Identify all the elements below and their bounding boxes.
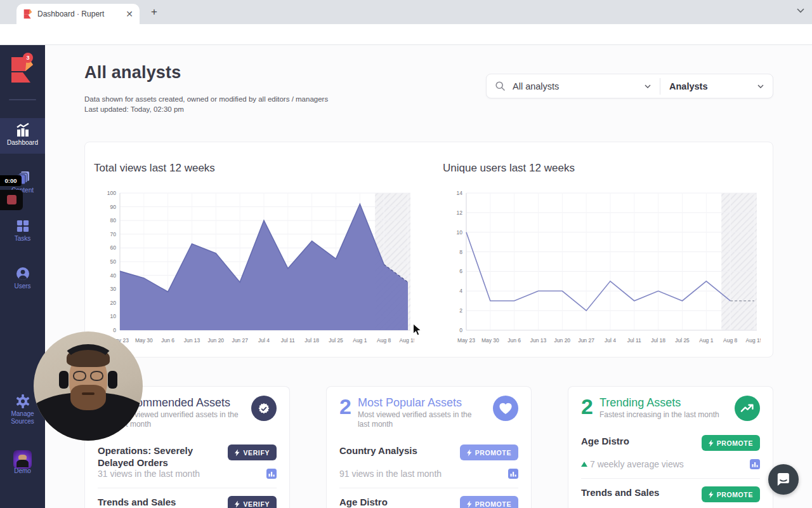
svg-text:100: 100 bbox=[107, 190, 116, 196]
tab-close-icon[interactable]: ✕ bbox=[126, 10, 133, 18]
search-icon bbox=[495, 81, 505, 91]
bar-chart-icon[interactable] bbox=[750, 459, 760, 469]
asset-name: Trends and Sales bbox=[581, 486, 698, 498]
analyst-search-select[interactable]: All analysts bbox=[487, 74, 660, 98]
svg-text:10: 10 bbox=[457, 229, 463, 236]
mouse-cursor bbox=[412, 323, 422, 337]
asset-name: Country Analysis bbox=[339, 444, 457, 457]
asset-button-label: PROMOTE bbox=[717, 439, 753, 447]
chevron-down-icon bbox=[645, 84, 651, 88]
asset-button-label: PROMOTE bbox=[475, 500, 511, 508]
asset-button-label: PROMOTE bbox=[475, 449, 511, 457]
last-updated-text: Last updated: Today, 02:30 pm bbox=[84, 105, 184, 113]
asset-stat-text: 91 views in the last month bbox=[339, 469, 442, 479]
new-tab-button[interactable]: + bbox=[148, 6, 160, 18]
asset-stat: 31 views in the last month bbox=[98, 469, 277, 479]
svg-text:May 30: May 30 bbox=[135, 337, 153, 344]
bolt-icon bbox=[467, 500, 472, 508]
bar-chart-icon[interactable] bbox=[508, 469, 518, 479]
card-subtitle: Most viewed verified assets in the last … bbox=[358, 410, 485, 429]
app-sidebar: 3 DashboardContentTasksUsers Manage Sour… bbox=[0, 45, 45, 508]
chat-launcher-button[interactable] bbox=[768, 464, 799, 495]
stop-recording-button[interactable] bbox=[7, 195, 16, 204]
scope-select[interactable]: Analysts bbox=[660, 74, 773, 98]
page-subtitle: Data shown for assets created, owned or … bbox=[84, 95, 328, 103]
asset-stat: 7 weekly average views bbox=[581, 459, 760, 469]
trend-up-triangle-icon bbox=[581, 462, 587, 467]
svg-text:12: 12 bbox=[457, 210, 463, 216]
svg-text:30: 30 bbox=[110, 286, 117, 292]
svg-text:Jun 13: Jun 13 bbox=[530, 337, 547, 344]
svg-text:Jul 18: Jul 18 bbox=[304, 337, 319, 344]
svg-text:Jun 13: Jun 13 bbox=[184, 337, 200, 344]
tasks-grid-icon bbox=[0, 217, 45, 233]
svg-text:Jun 27: Jun 27 bbox=[578, 337, 594, 344]
svg-text:40: 40 bbox=[110, 272, 117, 279]
svg-text:Aug 8: Aug 8 bbox=[723, 337, 737, 344]
sidebar-item-dashboard[interactable]: Dashboard bbox=[0, 118, 45, 154]
dashboard-page: 3 DashboardContentTasksUsers Manage Sour… bbox=[0, 45, 812, 508]
total-views-chart-title: Total views last 12 weeks bbox=[94, 162, 215, 175]
browser-tab[interactable]: Dashboard · Rupert ✕ bbox=[16, 4, 140, 24]
svg-text:Aug 1: Aug 1 bbox=[699, 337, 713, 344]
analyst-search-value: All analysts bbox=[513, 81, 645, 91]
svg-text:Jun 20: Jun 20 bbox=[554, 337, 571, 344]
promote-button[interactable]: PROMOTE bbox=[460, 444, 518, 460]
verify-button[interactable]: VERIFY bbox=[228, 496, 277, 508]
bolt-icon bbox=[467, 449, 472, 457]
sidebar-item-label: Dashboard bbox=[0, 139, 45, 147]
svg-text:6: 6 bbox=[459, 268, 462, 274]
sidebar-item-tasks[interactable]: Tasks bbox=[0, 214, 45, 250]
unique-users-chart-title: Unique users last 12 weeks bbox=[443, 162, 575, 175]
sidebar-item-label: Users bbox=[0, 283, 45, 290]
asset-name: Operations: Severely Delayed Orders bbox=[98, 444, 215, 469]
unique-users-chart: 02468101214May 23May 30Jun 6Jun 13Jun 20… bbox=[447, 187, 761, 347]
card-item-divider bbox=[98, 488, 277, 488]
scope-value: Analysts bbox=[669, 81, 757, 91]
card-item-divider bbox=[581, 478, 760, 479]
promote-button[interactable]: PROMOTE bbox=[460, 496, 518, 508]
svg-text:Jun 6: Jun 6 bbox=[161, 337, 174, 344]
card-count: 2 bbox=[339, 396, 351, 429]
svg-text:8: 8 bbox=[459, 249, 462, 255]
trending-up-icon bbox=[735, 396, 760, 421]
promote-button[interactable]: PROMOTE bbox=[702, 435, 760, 451]
svg-text:May 30: May 30 bbox=[481, 337, 499, 344]
sidebar-item-users[interactable]: Users bbox=[0, 262, 45, 297]
svg-text:2: 2 bbox=[459, 307, 462, 314]
bolt-icon bbox=[709, 491, 714, 498]
bar-chart-icon[interactable] bbox=[266, 469, 277, 479]
asset-name: Age Distro bbox=[339, 496, 457, 508]
svg-text:20: 20 bbox=[110, 300, 117, 306]
svg-text:Jul 11: Jul 11 bbox=[281, 337, 295, 344]
card-most-popular-assets: 2Most Popular AssetsMost viewed verified… bbox=[326, 386, 532, 508]
total-views-chart: 0102030405060708090100May 23May 30Jun 6J… bbox=[101, 187, 414, 347]
card-trending-assets: 2Trending AssetsFastest increasing in th… bbox=[568, 386, 773, 508]
charts-panel: Total views last 12 weeks 01020304050607… bbox=[84, 142, 773, 358]
verify-button[interactable]: VERIFY bbox=[228, 444, 277, 460]
asset-name: Trends and Sales bbox=[98, 496, 215, 508]
sidebar-item-demo[interactable]: Demo bbox=[0, 446, 45, 475]
svg-text:60: 60 bbox=[110, 244, 117, 251]
tab-title: Dashboard · Rupert bbox=[37, 10, 126, 18]
avatar-image bbox=[0, 449, 45, 465]
svg-text:80: 80 bbox=[110, 217, 117, 224]
promote-button[interactable]: PROMOTE bbox=[702, 486, 760, 502]
tab-search-chevron-icon[interactable] bbox=[797, 8, 804, 13]
asset-button-label: PROMOTE bbox=[717, 491, 753, 498]
svg-text:70: 70 bbox=[110, 231, 117, 237]
card-count: 2 bbox=[581, 396, 593, 420]
verified-badge-icon bbox=[251, 396, 277, 421]
svg-text:Jul 25: Jul 25 bbox=[329, 337, 343, 344]
svg-text:Jul 4: Jul 4 bbox=[605, 337, 616, 344]
svg-text:50: 50 bbox=[110, 258, 117, 265]
svg-text:Jun 6: Jun 6 bbox=[508, 337, 521, 344]
filter-bar: All analysts Analysts bbox=[486, 74, 773, 98]
svg-text:Aug 15: Aug 15 bbox=[746, 337, 761, 344]
bolt-icon bbox=[235, 449, 240, 457]
sidebar-item-label: Manage Sources bbox=[0, 410, 45, 425]
svg-text:Jul 25: Jul 25 bbox=[675, 337, 690, 344]
asset-row: Trends and SalesVERIFY bbox=[98, 496, 277, 508]
chat-bubble-icon bbox=[776, 472, 791, 487]
card-title: Trending Assets bbox=[599, 396, 681, 409]
